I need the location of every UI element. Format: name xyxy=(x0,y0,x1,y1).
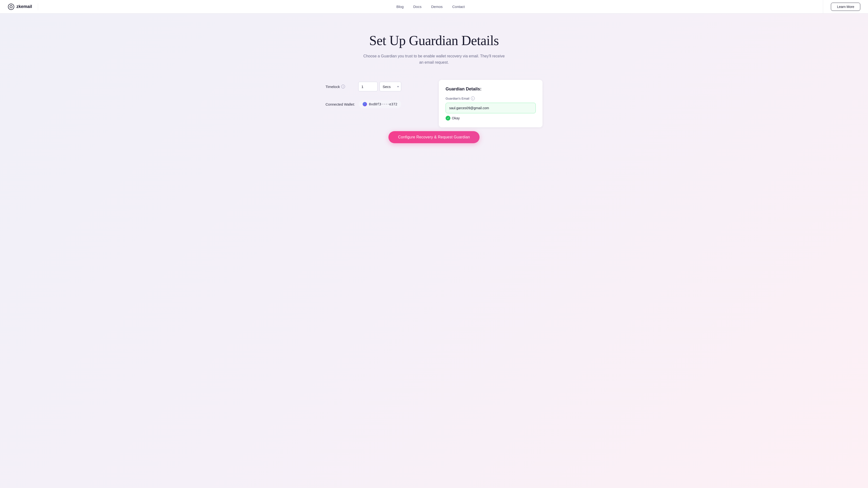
nav-demos[interactable]: Demos xyxy=(431,5,443,9)
configure-recovery-button[interactable]: Configure Recovery & Request Guardian xyxy=(389,131,479,143)
timelock-label: Timelock i xyxy=(326,85,354,89)
wallet-avatar-icon xyxy=(363,102,367,106)
nav-blog[interactable]: Blog xyxy=(396,5,404,9)
zkemail-logo-icon xyxy=(8,3,14,10)
nav-contact[interactable]: Contact xyxy=(452,5,465,9)
logo-text: zkemail xyxy=(17,4,32,9)
wallet-row: Connected Wallet: 0xd0f3····e372 xyxy=(326,100,429,108)
nav-links: Blog Docs Demos Contact xyxy=(38,0,823,13)
learn-more-button[interactable]: Learn More xyxy=(831,3,860,11)
guardian-email-info-icon[interactable]: i xyxy=(471,96,475,100)
guardian-details-title: Guardian Details: xyxy=(445,87,536,92)
okay-label: Okay xyxy=(452,116,460,120)
nav-actions: Learn More xyxy=(823,3,860,11)
okay-indicator: ✓ Okay xyxy=(445,116,536,121)
form-layout: Timelock i Secs Mins Hours Days xyxy=(326,80,542,127)
right-column: Guardian Details: Guardian's Email i ✓ O… xyxy=(439,80,542,127)
wallet-badge: 0xd0f3····e372 xyxy=(359,100,401,108)
timelock-inputs: Secs Mins Hours Days ▾ xyxy=(358,82,401,91)
guardian-details-panel: Guardian Details: Guardian's Email i ✓ O… xyxy=(439,80,542,127)
timelock-row: Timelock i Secs Mins Hours Days xyxy=(326,82,429,91)
guardian-email-input[interactable] xyxy=(445,103,536,113)
navbar: zkemail Blog Docs Demos Contact Learn Mo… xyxy=(0,0,868,13)
logo-link[interactable]: zkemail xyxy=(8,3,38,10)
timelock-info-icon[interactable]: i xyxy=(341,85,345,89)
page-subtitle: Choose a Guardian you trust to be enable… xyxy=(362,53,506,65)
left-column: Timelock i Secs Mins Hours Days xyxy=(326,80,429,127)
timelock-unit-wrapper: Secs Mins Hours Days ▾ xyxy=(379,82,401,91)
page-title: Set Up Guardian Details xyxy=(369,33,499,48)
wallet-address: 0xd0f3····e372 xyxy=(369,102,397,106)
check-circle-icon: ✓ xyxy=(445,116,451,121)
wallet-label: Connected Wallet: xyxy=(326,102,355,106)
timelock-unit-select[interactable]: Secs Mins Hours Days xyxy=(379,82,401,91)
timelock-number-input[interactable] xyxy=(358,82,378,91)
main-content: Set Up Guardian Details Choose a Guardia… xyxy=(0,13,868,158)
nav-docs[interactable]: Docs xyxy=(413,5,422,9)
cta-row: Configure Recovery & Request Guardian xyxy=(389,131,479,143)
guardian-email-label: Guardian's Email i xyxy=(445,96,536,100)
